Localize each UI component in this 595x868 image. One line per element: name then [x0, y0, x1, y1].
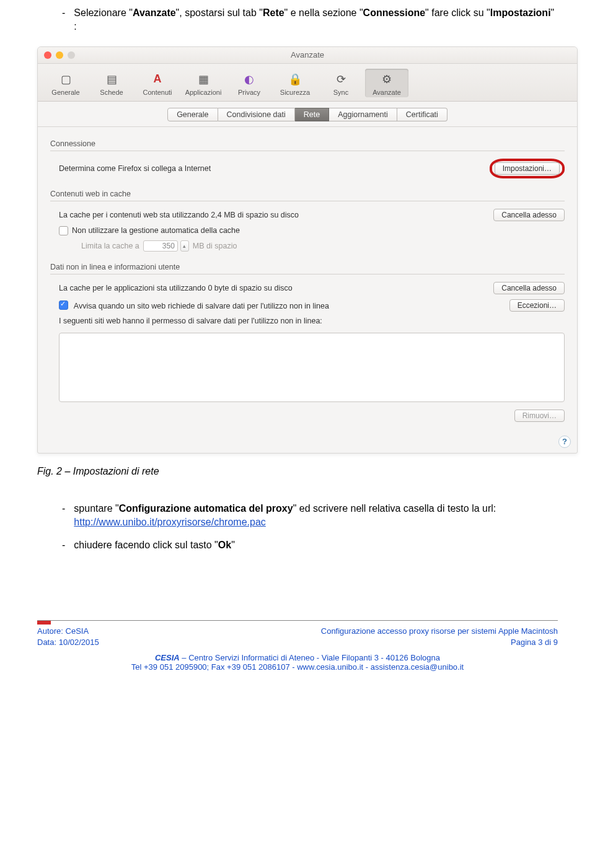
- toolbar-sync[interactable]: ⟳Sync: [319, 69, 363, 97]
- offline-permissions-label: I seguenti siti web hanno il permesso di…: [59, 317, 322, 325]
- intro-text: Selezionare "Avanzate", spostarsi sul ta…: [74, 6, 558, 34]
- bullet-dash: -: [62, 502, 65, 530]
- warn-offline-label: Avvisa quando un sito web richiede di sa…: [74, 302, 329, 310]
- cancella-cache-button[interactable]: Cancella adesso: [493, 209, 565, 221]
- tabs-icon: ▤: [102, 71, 121, 87]
- toolbar-applicazioni[interactable]: ▦Applicazioni: [182, 69, 225, 97]
- toolbar-avanzate[interactable]: ⚙Avanzate: [365, 69, 408, 97]
- tab-condivisione-dati[interactable]: Condivisione dati: [218, 108, 295, 121]
- tab-aggiornamenti[interactable]: Aggiornamenti: [329, 108, 397, 121]
- step-ok-text: chiudere facendo click sul tasto "Ok": [74, 538, 558, 552]
- group-offline: Dati non in linea e informazioni utente: [50, 259, 565, 274]
- help-icon[interactable]: ?: [558, 436, 571, 448]
- eccezioni-button[interactable]: Eccezioni…: [509, 299, 565, 312]
- toolbar-contenuti[interactable]: AContenuti: [136, 69, 179, 97]
- proxy-pac-link[interactable]: http://www.unibo.it/proxyrisorse/chrome.…: [74, 517, 265, 527]
- firefox-prefs-window: Avanzate ▢Generale ▤Schede AContenuti ▦A…: [37, 46, 578, 454]
- toolbar-sicurezza[interactable]: 🔒Sicurezza: [273, 69, 317, 97]
- footer-title: Configurazione accesso proxy risorse per…: [321, 626, 558, 637]
- group-connessione: Connessione: [50, 136, 565, 151]
- advanced-tabs: Generale Condivisione dati Rete Aggiorna…: [38, 102, 577, 127]
- footer-author: Autore: CeSIA: [37, 626, 89, 637]
- tab-generale[interactable]: Generale: [167, 108, 218, 121]
- cache-limit-unit: MB di spazio: [193, 242, 237, 250]
- toolbar-schede[interactable]: ▤Schede: [90, 69, 133, 97]
- lock-icon: 🔒: [285, 71, 305, 87]
- connessione-label: Determina come Firefox si collega a Inte…: [59, 164, 211, 173]
- group-cache: Contenuti web in cache: [50, 186, 565, 201]
- cache-limit-label: Limita la cache a: [81, 242, 139, 250]
- bullet-dash: -: [62, 538, 65, 552]
- switch-icon: ▢: [56, 71, 76, 87]
- rimuovi-button[interactable]: Rimuovi…: [514, 410, 565, 422]
- cache-limit-input[interactable]: [143, 240, 178, 252]
- bullet-dash: -: [62, 6, 65, 34]
- tab-certificati[interactable]: Certificati: [397, 108, 447, 121]
- footer-page: Pagina 3 di 9: [511, 637, 558, 648]
- sync-icon: ⟳: [331, 71, 351, 87]
- cache-usage-label: La cache per i contenuti web sta utilizz…: [59, 211, 299, 219]
- cancella-offline-button[interactable]: Cancella adesso: [493, 282, 565, 294]
- prefs-toolbar: ▢Generale ▤Schede AContenuti ▦Applicazio…: [38, 64, 577, 102]
- footer-accent: [37, 621, 51, 625]
- window-titlebar: Avanzate: [38, 47, 577, 64]
- toolbar-privacy[interactable]: ◐Privacy: [227, 69, 271, 97]
- offline-sites-list[interactable]: [59, 333, 565, 402]
- zoom-icon[interactable]: [68, 51, 75, 59]
- footer-org: CESIA – Centro Servizi Informatici di At…: [37, 653, 558, 662]
- footer-date: Data: 10/02/2015: [37, 637, 99, 648]
- warn-offline-checkbox[interactable]: [59, 300, 68, 310]
- stepper-icon[interactable]: ▴: [180, 240, 189, 252]
- footer-contact: Tel +39 051 2095900; Fax +39 051 2086107…: [37, 662, 558, 672]
- mask-icon: ◐: [239, 71, 259, 87]
- no-auto-cache-checkbox[interactable]: [59, 226, 68, 235]
- toolbar-generale[interactable]: ▢Generale: [44, 69, 87, 97]
- offline-usage-label: La cache per le applicazioni sta utilizz…: [59, 284, 293, 292]
- content-icon: A: [148, 71, 167, 87]
- tab-rete[interactable]: Rete: [295, 108, 329, 121]
- apps-icon: ▦: [193, 71, 213, 87]
- step-proxy-text: spuntare "Configurazione automatica del …: [74, 502, 558, 530]
- figure-caption: Fig. 2 – Impostazioni di rete: [37, 466, 558, 477]
- gear-icon: ⚙: [377, 71, 397, 87]
- minimize-icon[interactable]: [56, 51, 63, 59]
- impostazioni-button[interactable]: Impostazioni…: [495, 162, 560, 175]
- impostazioni-highlight: Impostazioni…: [490, 159, 565, 178]
- close-icon[interactable]: [44, 51, 51, 59]
- window-title: Avanzate: [291, 50, 324, 59]
- no-auto-cache-label: Non utilizzare la gestione automatica de…: [72, 226, 240, 235]
